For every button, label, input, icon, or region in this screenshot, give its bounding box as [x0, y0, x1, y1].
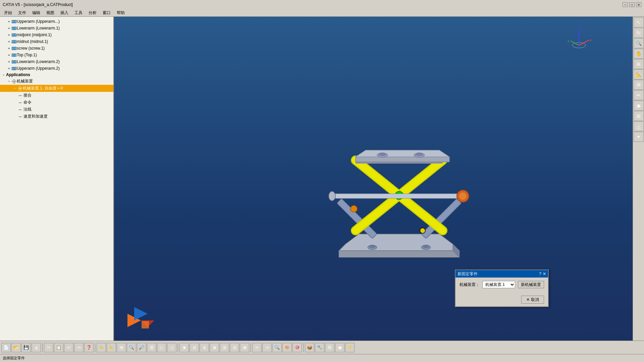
menu-help[interactable]: 帮助 [114, 9, 127, 16]
expand-icon[interactable]: + [7, 53, 11, 57]
rt-btn-settings2[interactable]: ✏ [634, 90, 644, 100]
tree-item-speeds[interactable]: ─ 速度和加速度 [0, 113, 113, 120]
tree-item-lowerarm2[interactable]: + Lowerarm (Lowerarm.2) [0, 58, 113, 65]
tb-zoomin[interactable]: 🔍 [127, 343, 136, 352]
tb-plus[interactable]: ⊕ [117, 343, 126, 352]
tb-view2[interactable]: ▤ [190, 343, 199, 352]
part-icon [11, 19, 17, 24]
expand-icon[interactable]: + [7, 66, 11, 71]
part-icon [11, 46, 17, 51]
dialog-titlebar: 新固定零件 ? ✕ [455, 270, 548, 278]
tb-fwd[interactable]: ▷ [157, 343, 166, 352]
tb-redo[interactable]: ↪ [74, 343, 84, 352]
viewport-3d[interactable]: z x y [114, 17, 633, 341]
tree-label-commands: 命令 [23, 100, 32, 105]
tree-item-midnut1[interactable]: + midnut (midnut.1) [0, 38, 113, 45]
tb-anim2[interactable]: ⇒ [262, 343, 272, 352]
tree-item-lowerarm1[interactable]: + Lowerarm (Lowerarm.1) [0, 25, 113, 32]
menu-file[interactable]: 文件 [15, 9, 29, 16]
expand-icon[interactable]: + [7, 39, 11, 44]
svg-point-25 [13, 81, 15, 82]
menu-insert[interactable]: 插入 [58, 9, 71, 16]
tb-color[interactable]: 🎨 [282, 343, 292, 352]
rt-btn-select[interactable]: ⊕ [634, 59, 644, 69]
tb-open[interactable]: 📂 [11, 343, 21, 352]
cancel-button[interactable]: ✕ 取消 [521, 296, 544, 304]
tb-view3[interactable]: ▥ [200, 343, 209, 352]
tb-copy[interactable]: 📋 [54, 343, 63, 352]
menu-start[interactable]: 开始 [1, 9, 15, 16]
tb-view4[interactable]: ▦ [210, 343, 219, 352]
tb-view7[interactable]: ▩ [240, 343, 249, 352]
tb-new[interactable]: 📄 [1, 343, 11, 352]
tb-anim1[interactable]: ⇐ [252, 343, 262, 352]
tb-measure1[interactable]: 📏 [97, 343, 106, 352]
tb-undo[interactable]: ↩ [64, 343, 73, 352]
dialog-help-button[interactable]: ? [539, 272, 541, 276]
tb-zoomout[interactable]: 🔎 [137, 343, 146, 352]
machine-select[interactable]: 机械装置.1 [482, 281, 515, 288]
expand-icon[interactable]: + [7, 59, 11, 64]
menu-analyze[interactable]: 分析 [86, 9, 99, 16]
expand-icon[interactable]: + [7, 26, 11, 31]
tree-item-mech1-selected[interactable]: − 机械装置.1, 自由度＝0 [0, 85, 113, 92]
tb-circle[interactable]: ◉ [335, 343, 344, 352]
tb-tool[interactable]: 🔧 [315, 343, 324, 352]
tb-target[interactable]: 🎯 [292, 343, 302, 352]
expand-icon[interactable]: + [7, 19, 11, 24]
tree-item-upperarm2[interactable]: + Upperarm (Upperarm.2) [0, 65, 113, 72]
menu-view[interactable]: 视图 [44, 9, 57, 16]
rt-btn-grid[interactable]: ⊞ [634, 111, 644, 121]
tb-view6[interactable]: ▨ [230, 343, 239, 352]
part-icon [11, 32, 17, 38]
new-machine-button[interactable]: 新机械装置 [518, 281, 544, 288]
tree-item-joints[interactable]: ─ 接合 [0, 92, 113, 99]
expand-icon[interactable]: − [1, 72, 6, 77]
rt-btn-settings1[interactable]: ⚙ [634, 80, 644, 90]
machine-row: 机械装置： 机械装置.1 新机械装置 [460, 281, 544, 288]
tree-item-midjoint1[interactable]: + midjoint (midjoint.1) [0, 32, 113, 38]
svg-point-31 [19, 88, 21, 89]
expand-icon-mech1[interactable]: − [13, 86, 17, 91]
tree-item-commands[interactable]: ─ 命令 [0, 99, 113, 106]
tb-print[interactable]: 🖨 [32, 343, 41, 352]
applications-label: Applications [6, 72, 30, 77]
tb-search[interactable]: 🔍 [272, 343, 282, 352]
menu-tools[interactable]: 工具 [72, 9, 85, 16]
rt-btn-star[interactable]: ✦ [634, 132, 644, 142]
rt-btn-zoom[interactable]: 🔍 [634, 38, 644, 48]
tb-fit[interactable]: ⊞ [147, 343, 156, 352]
tb-bolt[interactable]: ⚡ [345, 343, 355, 352]
tb-back[interactable]: ◁ [167, 343, 176, 352]
menu-window[interactable]: 窗口 [100, 9, 113, 16]
tb-measure2[interactable]: 📐 [107, 343, 116, 352]
rt-btn-layer[interactable]: ◉ [634, 101, 644, 111]
svg-point-23 [15, 68, 16, 69]
tb-view1[interactable]: ▣ [179, 343, 189, 352]
expand-icon[interactable]: + [7, 33, 11, 37]
tree-item-laws[interactable]: ─ 法线 [0, 106, 113, 113]
rt-btn-tri[interactable]: △ [634, 121, 644, 131]
menu-edit[interactable]: 编辑 [30, 9, 43, 16]
tree-item-upperarm1[interactable]: + Upperarm (Upperarm...) [0, 18, 113, 25]
expand-icon-mechanical[interactable]: − [7, 79, 11, 84]
tb-save[interactable]: 💾 [21, 343, 31, 352]
rt-btn-rotate[interactable]: ↻ [634, 28, 644, 38]
tree-item-mechanical[interactable]: − 机械装置 [0, 78, 113, 85]
rt-btn-arrow[interactable]: ↖ [634, 17, 644, 27]
tb-gear[interactable]: ⚙ [325, 343, 334, 352]
tb-view5[interactable]: ▧ [220, 343, 229, 352]
tb-cut[interactable]: ✂ [44, 343, 53, 352]
expand-icon[interactable]: + [7, 46, 11, 51]
maximize-button[interactable]: □ [629, 2, 635, 7]
rt-btn-pan[interactable]: ✋ [634, 49, 644, 59]
minimize-button[interactable]: ─ [623, 2, 628, 7]
tree-item-screw1[interactable]: + screw (screw.1) [0, 45, 113, 52]
tb-pkg[interactable]: 📦 [305, 343, 314, 352]
tree-item-applications[interactable]: − Applications [0, 72, 113, 78]
tree-item-top1[interactable]: + Top (Top.1) [0, 52, 113, 58]
close-button[interactable]: ✕ [636, 2, 641, 7]
tb-help[interactable]: ❓ [84, 343, 94, 352]
dialog-close-button[interactable]: ✕ [543, 272, 546, 276]
rt-btn-measure[interactable]: 📐 [634, 69, 644, 79]
